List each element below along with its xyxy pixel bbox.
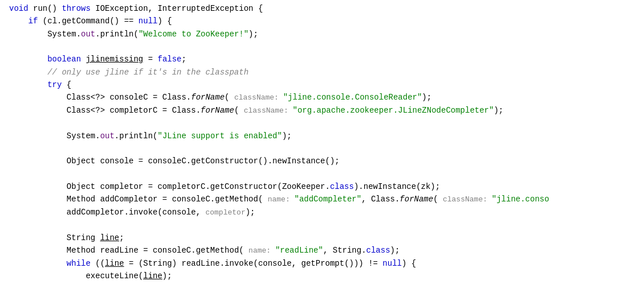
completor-rest: ).newInstance(zk); — [354, 180, 440, 193]
code-line-1: void run() throws IOException, Interrupt… — [0, 2, 644, 15]
code-line-21: while ((line = (String) readLine.invoke(… — [0, 257, 644, 270]
keyword-while: while — [67, 257, 95, 270]
while-condition: (( — [95, 257, 105, 270]
out-field2: out — [100, 130, 115, 142]
code-line-4 — [0, 40, 644, 53]
addcompletor-invoke: addCompletor.invoke(console, — [67, 206, 206, 218]
indent-4 — [9, 270, 85, 282]
paren-open2: ( — [234, 104, 244, 117]
consolereader-string: "jline.console.ConsoleReader" — [283, 91, 422, 104]
completer-string: "org.apache.zookeeper.JLineZNodeComplete… — [293, 104, 494, 117]
executeline-call: executeLine( — [85, 270, 143, 282]
while-brace: ) { — [402, 257, 416, 270]
system-class2: System. — [67, 130, 100, 142]
class-type2: Class<?> completorC = Class. — [67, 104, 201, 117]
code-line-22: executeLine(line); — [0, 270, 644, 282]
indent-3 — [9, 180, 67, 193]
jline-conso-string: "jline.conso — [492, 193, 549, 205]
semicolon2: ; — [119, 232, 124, 244]
indent-3 — [9, 104, 67, 117]
code-line-17: addCompletor.invoke(console, completor); — [0, 206, 644, 219]
code-line-7: try { — [0, 79, 644, 91]
jline-string: "JLine support is enabled" — [157, 130, 282, 142]
forname-method2: forName — [201, 104, 234, 117]
println-method: .println( — [95, 28, 138, 40]
indent-3 — [9, 193, 67, 205]
method-readline: Method readLine = consoleC.getMethod( — [67, 244, 248, 257]
indent-2 — [9, 79, 47, 91]
object-console: Object console = consoleC.getConstructor… — [67, 155, 340, 167]
param-classname3: className: — [443, 194, 492, 206]
code-line-16: Method addCompletor = consoleC.getMethod… — [0, 193, 644, 206]
paren-open: ( — [225, 91, 234, 104]
keyword-throws: throws — [62, 2, 95, 15]
keyword-if: if — [28, 15, 43, 27]
println-close: ); — [248, 28, 258, 40]
completor-hint: completor — [205, 207, 245, 219]
out-field: out — [81, 28, 95, 40]
code-line-18 — [0, 219, 644, 232]
code-line-15: Object completor = completorC.getConstru… — [0, 180, 644, 193]
while-rest: = (String) readLine.invoke(console, getP… — [124, 257, 383, 270]
println-close2: ); — [282, 130, 292, 142]
code-line-20: Method readLine = consoleC.getMethod( na… — [0, 244, 644, 257]
code-line-9: Class<?> completorC = Class.forName( cla… — [0, 104, 644, 117]
keyword-try: try — [47, 79, 67, 91]
readline-close: ); — [390, 244, 400, 257]
system-class: System. — [47, 28, 81, 40]
param-classname: className: — [234, 92, 283, 104]
forname-method3: forName — [400, 193, 433, 205]
comment-jline: // only use jline if it's in the classpa… — [47, 66, 248, 79]
method-run: run() — [33, 2, 62, 15]
code-line-10 — [0, 117, 644, 130]
indent-3 — [9, 130, 67, 142]
keyword-class: class — [330, 180, 354, 193]
indent-3 — [9, 155, 67, 167]
keyword-class2: class — [366, 244, 390, 257]
code-line-6: // only use jline if it's in the classpa… — [0, 66, 644, 79]
indent-2 — [9, 15, 28, 27]
code-line-13: Object console = consoleC.getConstructor… — [0, 155, 644, 167]
keyword-null: null — [138, 15, 158, 27]
paren-close2: ); — [494, 104, 503, 117]
executeline-close: ); — [162, 270, 172, 282]
invoke-close: ); — [246, 206, 255, 218]
indent-2 — [9, 66, 47, 79]
class-type: Class<?> consoleC = Class. — [67, 91, 191, 104]
indent-3 — [9, 244, 67, 257]
param-name2: name: — [248, 245, 275, 257]
var-jlinemissing: jlinemissing — [85, 53, 143, 65]
code-editor: void run() throws IOException, Interrupt… — [0, 0, 644, 301]
var-line: line — [100, 232, 120, 244]
assign-false: = — [143, 53, 157, 65]
forname-method: forName — [191, 91, 225, 104]
keyword-null2: null — [382, 257, 402, 270]
method-rest: , Class. — [361, 193, 400, 205]
keyword-void: void — [9, 2, 33, 15]
indent-3 — [9, 206, 67, 218]
paren-close: ); — [422, 91, 431, 104]
addcompleter-string: "addCompleter" — [295, 193, 362, 205]
param-classname2: className: — [244, 105, 293, 117]
object-completor: Object completor = completorC.getConstru… — [67, 180, 330, 193]
code-line-2: if (cl.getCommand() == null) { — [0, 15, 644, 27]
try-brace: { — [67, 79, 71, 91]
code-line-3: System.out.println("Welcome to ZooKeeper… — [0, 28, 644, 40]
param-name: name: — [268, 194, 295, 206]
semicolon: ; — [182, 53, 186, 65]
code-line-12 — [0, 142, 644, 155]
println2: .println( — [115, 130, 158, 142]
string-type: String — [67, 232, 100, 244]
indent-2 — [9, 53, 47, 65]
indent-3 — [9, 28, 47, 40]
exception-types: IOException, InterruptedException { — [95, 2, 263, 15]
keyword-boolean: boolean — [47, 53, 85, 65]
readline-rest: , String. — [323, 244, 366, 257]
var-line3: line — [143, 270, 162, 282]
method-addcompletor: Method addCompletor = consoleC.getMethod… — [67, 193, 268, 205]
code-line-11: System.out.println("JLine support is ena… — [0, 130, 644, 142]
welcome-string: "Welcome to ZooKeeper!" — [138, 28, 248, 40]
code-line-14 — [0, 168, 644, 180]
readline-string: "readLine" — [275, 244, 323, 257]
keyword-false: false — [157, 53, 181, 65]
